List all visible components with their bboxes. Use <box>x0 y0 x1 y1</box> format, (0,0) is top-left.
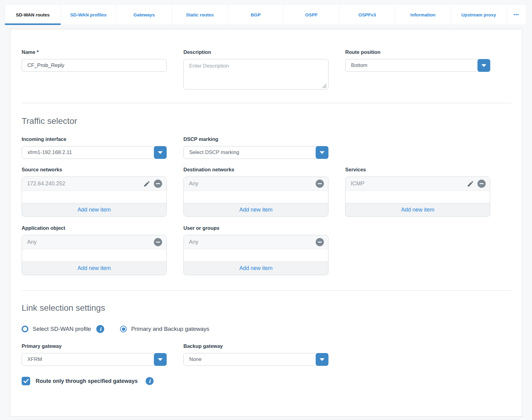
edit-pencil-icon[interactable] <box>466 180 474 188</box>
remove-item-icon[interactable] <box>154 238 162 246</box>
divider <box>22 103 511 103</box>
radio-group-sd-wan-profile: Select SD-WAN profile i <box>22 325 104 333</box>
description-label: Description <box>183 49 328 55</box>
tab-information[interactable]: Information <box>395 4 451 25</box>
tab-gateways[interactable]: Gateways <box>116 4 172 25</box>
backup-gateway-label: Backup gateway <box>183 343 328 349</box>
chevron-down-icon[interactable] <box>477 59 490 72</box>
chevron-down-icon[interactable] <box>316 353 328 366</box>
incoming-interface-label: Incoming interface <box>22 136 167 142</box>
list-item-text: Any <box>189 239 316 245</box>
route-position-select[interactable]: Bottom <box>345 59 490 72</box>
backup-gateway-select[interactable]: None <box>183 353 328 366</box>
chevron-down-icon[interactable] <box>154 146 167 159</box>
traffic-selector-heading: Traffic selector <box>22 116 511 126</box>
add-new-item-button[interactable]: Add new item <box>184 261 328 275</box>
list-item-text: 172.64.240.252 <box>27 180 143 187</box>
tab-static-routes[interactable]: Static routes <box>172 4 228 25</box>
add-new-item-button[interactable]: Add new item <box>22 261 166 275</box>
link-selection-radio-row: Select SD-WAN profile i Primary and Back… <box>22 325 511 333</box>
application-object-listbox: Any Add new item <box>22 235 167 275</box>
listbox-spacer <box>346 191 490 203</box>
list-item: Any <box>22 235 166 249</box>
divider <box>22 290 511 291</box>
incoming-interface-value: xfrm1-192.168.2.11 <box>27 149 72 156</box>
add-new-item-button[interactable]: Add new item <box>346 203 490 216</box>
listbox-spacer <box>184 249 328 261</box>
destination-networks-label: Destination networks <box>183 167 328 173</box>
chevron-down-icon[interactable] <box>154 353 167 366</box>
route-only-checkbox-label: Route only through specified gateways <box>36 378 138 384</box>
listbox-spacer <box>22 191 166 203</box>
radio-primary-and-backup-gateways[interactable] <box>120 326 127 332</box>
name-input[interactable] <box>22 59 167 72</box>
list-item-text: Any <box>189 180 316 187</box>
tab-ospfv3[interactable]: OSPFv3 <box>339 4 395 25</box>
remove-item-icon[interactable] <box>316 180 324 188</box>
list-item-text: ICMP <box>351 180 466 187</box>
services-label: Services <box>345 167 490 173</box>
user-or-groups-label: User or groups <box>183 225 328 231</box>
source-networks-label: Source networks <box>22 167 167 173</box>
info-icon[interactable]: i <box>96 325 104 333</box>
route-position-value: Bottom <box>351 62 367 68</box>
remove-item-icon[interactable] <box>316 238 324 246</box>
networks-services-row: Source networks 172.64.240.252 Add new i… <box>22 167 511 217</box>
dscp-marking-value: Select DSCP marking <box>189 149 239 156</box>
list-item: Any <box>184 177 328 191</box>
general-fields-row: Name * Description Route position Bottom <box>22 49 511 91</box>
radio-label: Primary and Backup gateways <box>131 326 209 332</box>
route-position-label: Route position <box>345 49 490 55</box>
radio-select-sd-wan-profile[interactable] <box>22 326 28 332</box>
remove-item-icon[interactable] <box>477 180 486 188</box>
description-textarea[interactable] <box>183 59 328 89</box>
primary-gateway-select[interactable]: XFRM <box>22 353 167 366</box>
backup-gateway-value: None <box>189 356 202 362</box>
add-new-item-button[interactable]: Add new item <box>22 203 166 216</box>
edit-pencil-icon[interactable] <box>143 180 151 188</box>
remove-item-icon[interactable] <box>154 180 162 188</box>
sd-wan-route-form-panel: Name * Description Route position Bottom <box>10 29 522 417</box>
primary-gateway-value: XFRM <box>27 356 42 362</box>
tab-sd-wan-profiles[interactable]: SD-WAN profiles <box>61 4 116 25</box>
source-networks-listbox: 172.64.240.252 Add new item <box>22 177 167 217</box>
chevron-down-icon[interactable] <box>316 146 328 159</box>
tab-bar: SD-WAN routes SD-WAN profiles Gateways S… <box>5 4 527 25</box>
list-item: 172.64.240.252 <box>22 177 166 191</box>
route-only-checkbox[interactable] <box>22 377 30 385</box>
user-or-groups-listbox: Any Add new item <box>183 235 328 275</box>
primary-gateway-label: Primary gateway <box>22 343 167 349</box>
radio-label: Select SD-WAN profile <box>33 326 91 332</box>
interface-dscp-row: Incoming interface xfrm1-192.168.2.11 DS… <box>22 136 511 159</box>
destination-networks-listbox: Any Add new item <box>183 177 328 217</box>
tab-bgp[interactable]: BGP <box>228 4 284 25</box>
list-item-text: Any <box>27 239 154 245</box>
application-users-row: Application object Any Add new item User… <box>22 225 511 275</box>
link-selection-settings-heading: Link selection settings <box>22 303 511 313</box>
tab-sd-wan-routes[interactable]: SD-WAN routes <box>5 4 61 25</box>
tab-ospf[interactable]: OSPF <box>284 4 339 25</box>
dscp-marking-label: DSCP marking <box>183 136 328 142</box>
application-object-label: Application object <box>22 225 167 231</box>
tab-upstream-proxy[interactable]: Upstream proxy <box>451 4 507 25</box>
services-listbox: ICMP Add new item <box>345 177 490 217</box>
info-icon[interactable]: i <box>146 377 154 385</box>
list-item: ICMP <box>346 177 490 191</box>
list-item: Any <box>184 235 328 249</box>
add-new-item-button[interactable]: Add new item <box>184 203 328 216</box>
listbox-spacer <box>184 191 328 203</box>
name-label: Name * <box>22 49 167 55</box>
listbox-spacer <box>22 249 166 261</box>
tab-more-ellipsis[interactable]: ••• <box>507 4 526 25</box>
incoming-interface-select[interactable]: xfrm1-192.168.2.11 <box>22 146 167 159</box>
gateways-row: Primary gateway XFRM Backup gateway None <box>22 343 511 366</box>
dscp-marking-select[interactable]: Select DSCP marking <box>183 146 328 159</box>
route-only-checkbox-row: Route only through specified gateways i <box>22 377 511 385</box>
radio-group-primary-backup-gateways: Primary and Backup gateways <box>120 326 209 332</box>
